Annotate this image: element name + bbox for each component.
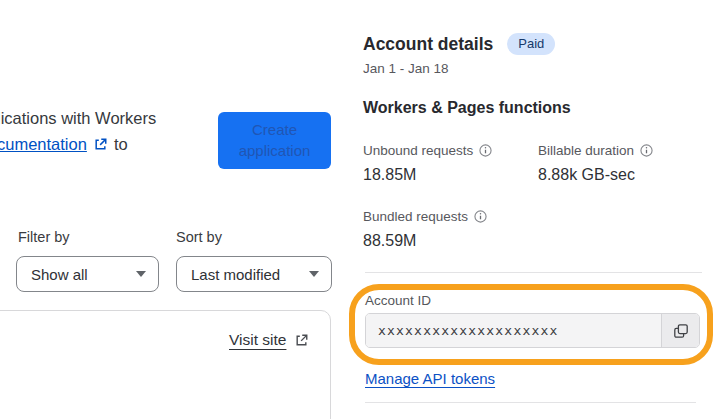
bundled-requests-value: 88.59M (363, 232, 416, 250)
sort-by-label: Sort by (176, 229, 222, 245)
account-details-header: Account details Paid (363, 33, 555, 55)
info-icon[interactable] (479, 144, 492, 157)
manage-api-tokens-link[interactable]: Manage API tokens (365, 370, 495, 387)
unbound-requests-label: Unbound requests (363, 143, 492, 158)
account-details-title: Account details (363, 34, 493, 55)
intro-text-tail: to (114, 135, 128, 154)
create-application-button[interactable]: Create application (218, 112, 331, 169)
chevron-down-icon (309, 271, 319, 277)
filter-select-value: Show all (31, 266, 88, 283)
copy-account-id-button[interactable] (661, 314, 699, 347)
workers-pages-dashboard: lications with Workers cumentation to Cr… (0, 0, 718, 419)
account-id-label: Account ID (365, 293, 431, 308)
visit-site-row: Visit site (229, 331, 309, 349)
unbound-requests-value: 18.85M (363, 166, 416, 184)
project-card (0, 310, 331, 419)
billable-duration-label: Billable duration (538, 143, 653, 158)
filter-select[interactable]: Show all (16, 256, 159, 292)
external-link-icon (93, 137, 108, 152)
account-id-field-group (365, 313, 700, 348)
copy-icon (673, 323, 689, 339)
info-icon[interactable] (474, 210, 487, 223)
functions-section-title: Workers & Pages functions (363, 99, 571, 117)
sort-select-value: Last modified (191, 266, 280, 283)
billable-duration-value: 8.88k GB-sec (538, 166, 635, 184)
info-icon[interactable] (640, 144, 653, 157)
sort-select[interactable]: Last modified (176, 256, 332, 292)
intro-text-line2: cumentation to (0, 135, 128, 154)
visit-site-link[interactable]: Visit site (229, 331, 286, 349)
divider (365, 402, 696, 403)
filter-by-label: Filter by (18, 229, 70, 245)
chevron-down-icon (136, 271, 146, 277)
documentation-link[interactable]: cumentation (0, 135, 87, 154)
external-link-icon (294, 333, 309, 348)
date-range: Jan 1 - Jan 18 (363, 61, 449, 76)
paid-plan-badge: Paid (507, 33, 555, 55)
intro-text-line1: lications with Workers (0, 109, 156, 128)
bundled-requests-label: Bundled requests (363, 209, 487, 224)
account-id-input[interactable] (366, 314, 661, 347)
divider (365, 272, 702, 273)
